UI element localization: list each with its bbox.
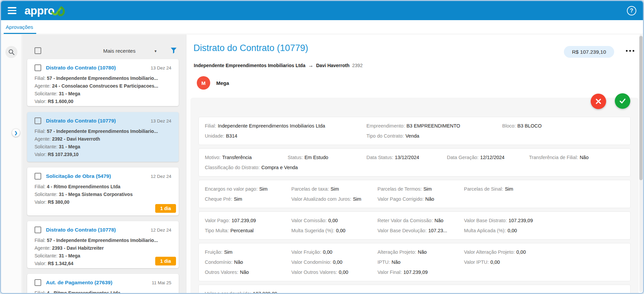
field: Valor IPTU:0,00 [464, 257, 624, 267]
approval-card[interactable]: Solicitação de Obra (5479) 12 Dez 24 Fil… [27, 167, 179, 215]
field: Parcelas de Sinal:Sim [464, 184, 624, 194]
field: Valor Pago Corrigido:Não [377, 194, 464, 204]
scrollbar-track [639, 35, 643, 292]
field: Valor Base Distrato:107.239,09 [464, 215, 624, 226]
field: Multa Aplicada (%):0,00 [464, 226, 624, 236]
detail-panel: Filial:Independente Empreendimentos Imob… [190, 98, 639, 293]
card-field: Valor:R$ 1.342,64 [35, 261, 171, 266]
filter-icon[interactable] [170, 47, 178, 55]
logo-check-swoosh-icon [51, 6, 67, 17]
approval-card[interactable]: Aut. de Pagamento (27639) 11 Mai 25 Fili… [27, 274, 179, 293]
card-field: Valor:R$ 380,00 [35, 199, 171, 205]
card-date: 11 Mai 25 [152, 280, 171, 285]
card-date: 13 Dez 24 [151, 118, 171, 124]
field: Valor Outros Valores:0,00 [291, 267, 377, 277]
field: Alteração Projeto:Não [377, 247, 464, 257]
field: Multa Sugerida (%):0,00 [291, 226, 377, 236]
card-field: Solicitante:31 - Mega Sistemas Corporati… [35, 192, 171, 197]
card-title-link[interactable]: Distrato do Contrato (10780) [46, 65, 116, 71]
field: Valor Comissão:0,00 [291, 215, 377, 226]
panel-refund: Valor a ser devolvido:107.239,09 [198, 285, 631, 294]
expand-panel-chevron-button[interactable]: ❯ [12, 129, 20, 137]
card-title-link[interactable]: Distrato do Contrato (10779) [46, 118, 116, 124]
breadcrumb-arrow-icon: → [308, 62, 313, 68]
field: Encargos no valor pago:Sim [205, 184, 291, 194]
card-title-link[interactable]: Distrato do Contrato (10778) [46, 227, 116, 233]
field: Filial:Independente Empreendimentos Imob… [205, 121, 366, 131]
panel-flags: Encargos no valor pago:Sim Parcelas de t… [198, 180, 631, 208]
field: Unidade:B314 [205, 131, 366, 141]
field: Cheque Pré:Sim [205, 194, 291, 204]
field: Data Geração:12/12/2024 [447, 152, 529, 162]
hamburger-menu-icon[interactable] [8, 7, 16, 14]
card-title-link[interactable]: Solicitação de Obra (5479) [46, 173, 111, 179]
search-icon[interactable] [5, 46, 17, 58]
card-checkbox[interactable] [35, 173, 41, 180]
age-badge: 1 dia [155, 204, 176, 213]
breadcrumb-to-code: 2392 [352, 63, 363, 68]
tab-aprovacoes[interactable]: Aprovações [6, 24, 33, 30]
approval-card[interactable]: Distrato do Contrato (10778) 12 Dez 24 F… [27, 221, 179, 268]
approval-card[interactable]: Distrato do Contrato (10780) 13 Dez 24 F… [27, 59, 179, 106]
panel-identification: Filial:Independente Empreendimentos Imob… [198, 117, 631, 145]
panel-values: Valor Pago:107.239,09 Valor Comissão:0,0… [198, 211, 631, 240]
field: Valor a ser devolvido:107.239,09 [205, 289, 624, 294]
card-checkbox[interactable] [35, 64, 41, 71]
age-badge: 1 dia [155, 257, 176, 265]
requester: M Mega [197, 76, 229, 90]
card-checkbox[interactable] [35, 227, 41, 233]
field: Valor Condomínio:0,00 [291, 257, 377, 267]
card-field: Valor:R$ 107.239,10 [35, 152, 171, 157]
field: Parcelas de Termos:Sim [377, 184, 464, 194]
card-checkbox[interactable] [35, 117, 41, 124]
breadcrumb-from: Independente Empreendimentos Imobiliario… [194, 63, 305, 68]
card-checkbox[interactable] [35, 279, 41, 286]
reject-button[interactable] [591, 94, 606, 109]
logo-text: appro [24, 5, 54, 16]
tab-bar: Aprovações [1, 20, 643, 34]
card-title-link[interactable]: Aut. de Pagamento (27639) [46, 280, 112, 286]
field: Valor Pago:107.239,09 [205, 215, 291, 226]
field: Valor Alteração Projeto:0,00 [464, 247, 624, 257]
card-field: Filial:57 - Independente Empreendimentos… [35, 129, 171, 134]
sort-dropdown[interactable]: Mais recentes [89, 48, 150, 54]
scrollbar-thumb[interactable] [639, 36, 643, 180]
approvals-list-panel: Mais recentes ▼ Distrato do Contrato (10… [22, 35, 186, 293]
card-date: 12 Dez 24 [151, 228, 171, 233]
field: Parcelas de taxa:Sim [291, 184, 377, 194]
amount-badge: R$ 107.239,10 [564, 46, 614, 58]
app-logo: appro [24, 4, 67, 17]
card-field: Valor:R$ 1.600,00 [35, 99, 171, 104]
amount-value: R$ 107.239,10 [572, 49, 606, 55]
field: Classificação do Distrato:Compra e Venda [205, 162, 624, 173]
card-date: 12 Dez 24 [151, 174, 171, 179]
left-rail [1, 35, 22, 293]
sort-caret-icon: ▼ [154, 49, 157, 53]
help-icon[interactable]: ? [627, 6, 636, 15]
breadcrumb: Independente Empreendimentos Imobiliario… [194, 62, 363, 68]
card-date: 13 Dez 24 [151, 65, 171, 70]
page-title: Distrato do Contrato (10779) [193, 43, 308, 53]
panel-status: Motivo:Transferência Status:Em Estudo Da… [198, 148, 631, 177]
requester-name: Mega [216, 80, 229, 86]
help-glyph: ? [630, 8, 633, 14]
app-window: appro ? Aprovações ❯ Mais recentes ▼ [0, 0, 644, 294]
top-app-bar: appro ? [1, 1, 643, 20]
card-field: Solicitante:31 - Mega [35, 91, 171, 97]
select-all-checkbox[interactable] [35, 47, 41, 54]
card-field: Agente:2393 - Davi Habitzreiter [35, 245, 171, 251]
field: Valor Base Devolução:107.23... [377, 226, 464, 236]
approval-card-selected[interactable]: Distrato do Contrato (10779) 13 Dez 24 F… [27, 112, 179, 162]
detail-main-area: Distrato do Contrato (10779) Independent… [187, 35, 643, 293]
card-field: Filial:57 - Independente Empreendimentos… [35, 238, 171, 243]
field: Reter Valor da Comissão:Não [377, 215, 464, 226]
field: Tipo Multa:Percentual [205, 226, 291, 236]
field: Fruição:Sim [205, 247, 291, 257]
approve-button[interactable] [615, 93, 630, 109]
more-options-icon[interactable] [625, 49, 636, 53]
field: Status:Em Estudo [288, 152, 366, 162]
field: Valor Final:107.239,09 [377, 267, 464, 277]
card-field: Solicitante:31 - Mega [35, 144, 171, 150]
field: Data Status:13/12/2024 [366, 152, 447, 162]
field: Empreendimento:B3 EMPREENDIMENTO [366, 121, 502, 131]
